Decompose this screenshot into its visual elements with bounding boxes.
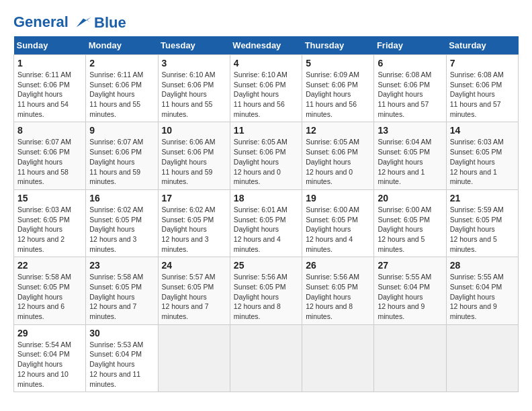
calendar-week-4: 22 Sunrise: 5:58 AMSunset: 6:05 PMDaylig… [14,257,519,324]
day-number: 28 [450,260,515,271]
logo-bird-icon [74,13,93,32]
svg-marker-0 [77,17,91,28]
day-info: Sunrise: 5:53 AMSunset: 6:04 PMDaylight … [89,340,154,389]
calendar-cell [374,324,446,392]
day-info: Sunrise: 6:00 AMSunset: 6:05 PMDaylight … [306,205,370,254]
day-number: 7 [450,58,515,68]
calendar-week-2: 8 Sunrise: 6:07 AMSunset: 6:06 PMDayligh… [14,122,519,189]
day-info: Sunrise: 6:10 AMSunset: 6:06 PMDaylight … [234,70,298,119]
weekday-header-tuesday: Tuesday [158,36,230,55]
calendar-cell: 25 Sunrise: 5:56 AMSunset: 6:05 PMDaylig… [230,257,302,324]
day-info: Sunrise: 5:54 AMSunset: 6:04 PMDaylight … [17,340,82,389]
calendar-cell: 12 Sunrise: 6:05 AMSunset: 6:06 PMDaylig… [302,122,374,189]
day-info: Sunrise: 6:00 AMSunset: 6:05 PMDaylight … [378,205,442,254]
calendar-cell: 21 Sunrise: 5:59 AMSunset: 6:05 PMDaylig… [446,189,518,257]
day-number: 12 [306,125,370,136]
calendar-cell: 23 Sunrise: 5:58 AMSunset: 6:05 PMDaylig… [86,257,158,324]
page-header: General Blue [13,13,519,32]
day-number: 8 [17,125,82,136]
calendar-cell: 3 Sunrise: 6:10 AMSunset: 6:06 PMDayligh… [158,55,230,122]
calendar-cell: 7 Sunrise: 6:08 AMSunset: 6:06 PMDayligh… [446,55,518,122]
day-info: Sunrise: 5:59 AMSunset: 6:05 PMDaylight … [450,205,515,254]
weekday-header-thursday: Thursday [302,36,374,55]
day-number: 5 [306,58,370,68]
day-info: Sunrise: 6:04 AMSunset: 6:05 PMDaylight … [378,137,442,186]
day-info: Sunrise: 6:09 AMSunset: 6:06 PMDaylight … [306,70,370,119]
weekday-header-friday: Friday [374,36,446,55]
day-info: Sunrise: 6:08 AMSunset: 6:06 PMDaylight … [378,70,442,119]
calendar-cell: 6 Sunrise: 6:08 AMSunset: 6:06 PMDayligh… [374,55,446,122]
logo: General Blue [13,13,126,32]
day-number: 30 [89,328,154,338]
day-info: Sunrise: 6:01 AMSunset: 6:05 PMDaylight … [234,205,298,254]
day-number: 11 [234,125,298,136]
calendar-cell: 26 Sunrise: 5:56 AMSunset: 6:05 PMDaylig… [302,257,374,324]
weekday-header-sunday: Sunday [14,36,86,55]
calendar-cell: 15 Sunrise: 6:03 AMSunset: 6:05 PMDaylig… [14,189,86,257]
calendar-cell: 1 Sunrise: 6:11 AMSunset: 6:06 PMDayligh… [14,55,86,122]
calendar-cell: 19 Sunrise: 6:00 AMSunset: 6:05 PMDaylig… [302,189,374,257]
day-number: 29 [17,328,82,338]
day-number: 16 [89,193,154,203]
day-info: Sunrise: 6:11 AMSunset: 6:06 PMDaylight … [89,70,154,119]
calendar-header-row: SundayMondayTuesdayWednesdayThursdayFrid… [14,36,519,55]
day-info: Sunrise: 5:57 AMSunset: 6:05 PMDaylight … [162,272,226,321]
logo-text-general: General [13,13,69,30]
day-info: Sunrise: 5:55 AMSunset: 6:04 PMDaylight … [378,272,442,321]
day-number: 24 [162,260,226,271]
weekday-header-saturday: Saturday [446,36,518,55]
calendar-cell [302,324,374,392]
day-info: Sunrise: 6:07 AMSunset: 6:06 PMDaylight … [17,137,82,186]
calendar-cell: 9 Sunrise: 6:07 AMSunset: 6:06 PMDayligh… [86,122,158,189]
day-info: Sunrise: 5:56 AMSunset: 6:05 PMDaylight … [234,272,298,321]
day-info: Sunrise: 5:56 AMSunset: 6:05 PMDaylight … [306,272,370,321]
day-number: 17 [162,193,226,203]
day-info: Sunrise: 6:02 AMSunset: 6:05 PMDaylight … [162,205,226,254]
day-number: 25 [234,260,298,271]
day-info: Sunrise: 6:06 AMSunset: 6:06 PMDaylight … [162,137,226,186]
calendar-cell: 17 Sunrise: 6:02 AMSunset: 6:05 PMDaylig… [158,189,230,257]
calendar-body: 1 Sunrise: 6:11 AMSunset: 6:06 PMDayligh… [14,55,519,392]
logo-text-blue: Blue [94,14,126,32]
calendar-cell: 4 Sunrise: 6:10 AMSunset: 6:06 PMDayligh… [230,55,302,122]
day-number: 6 [378,58,442,68]
day-number: 15 [17,193,82,203]
calendar-cell [446,324,518,392]
calendar-cell [230,324,302,392]
calendar-cell: 2 Sunrise: 6:11 AMSunset: 6:06 PMDayligh… [86,55,158,122]
day-number: 4 [234,58,298,68]
day-number: 10 [162,125,226,136]
calendar-cell: 11 Sunrise: 6:05 AMSunset: 6:06 PMDaylig… [230,122,302,189]
day-info: Sunrise: 6:03 AMSunset: 6:05 PMDaylight … [450,137,515,186]
day-number: 9 [89,125,154,136]
day-info: Sunrise: 6:02 AMSunset: 6:05 PMDaylight … [89,205,154,254]
calendar-cell: 29 Sunrise: 5:54 AMSunset: 6:04 PMDaylig… [14,324,86,392]
calendar-cell: 27 Sunrise: 5:55 AMSunset: 6:04 PMDaylig… [374,257,446,324]
day-info: Sunrise: 6:05 AMSunset: 6:06 PMDaylight … [234,137,298,186]
day-number: 18 [234,193,298,203]
day-number: 23 [89,260,154,271]
calendar-cell: 14 Sunrise: 6:03 AMSunset: 6:05 PMDaylig… [446,122,518,189]
day-number: 22 [17,260,82,271]
day-number: 20 [378,193,442,203]
calendar-table: SundayMondayTuesdayWednesdayThursdayFrid… [13,36,519,392]
day-info: Sunrise: 6:11 AMSunset: 6:06 PMDaylight … [17,70,82,119]
calendar-cell: 8 Sunrise: 6:07 AMSunset: 6:06 PMDayligh… [14,122,86,189]
day-info: Sunrise: 6:07 AMSunset: 6:06 PMDaylight … [89,137,154,186]
day-number: 27 [378,260,442,271]
day-number: 14 [450,125,515,136]
calendar-week-5: 29 Sunrise: 5:54 AMSunset: 6:04 PMDaylig… [14,324,519,392]
weekday-header-monday: Monday [86,36,158,55]
calendar-cell: 28 Sunrise: 5:55 AMSunset: 6:04 PMDaylig… [446,257,518,324]
day-info: Sunrise: 5:55 AMSunset: 6:04 PMDaylight … [450,272,515,321]
day-number: 3 [162,58,226,68]
calendar-week-1: 1 Sunrise: 6:11 AMSunset: 6:06 PMDayligh… [14,55,519,122]
day-info: Sunrise: 6:03 AMSunset: 6:05 PMDaylight … [17,205,82,254]
day-info: Sunrise: 5:58 AMSunset: 6:05 PMDaylight … [17,272,82,321]
day-number: 1 [17,58,82,68]
calendar-cell: 24 Sunrise: 5:57 AMSunset: 6:05 PMDaylig… [158,257,230,324]
calendar-cell: 20 Sunrise: 6:00 AMSunset: 6:05 PMDaylig… [374,189,446,257]
calendar-cell [158,324,230,392]
day-info: Sunrise: 5:58 AMSunset: 6:05 PMDaylight … [89,272,154,321]
day-info: Sunrise: 6:10 AMSunset: 6:06 PMDaylight … [162,70,226,119]
